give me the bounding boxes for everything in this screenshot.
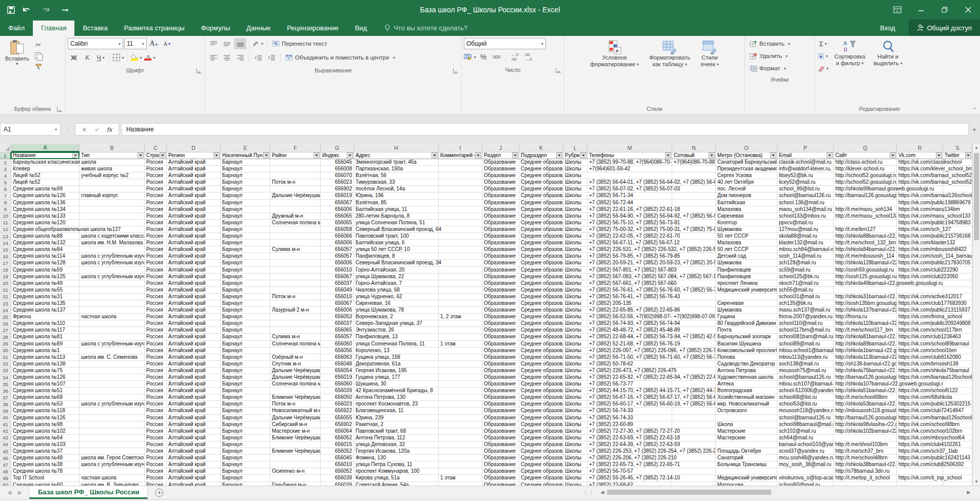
- cell-O33[interactable]: Антона Петрова: [716, 368, 777, 374]
- cell-A13[interactable]: Средняя школа №88: [11, 233, 80, 239]
- cell-E18[interactable]: Барнаул: [221, 267, 270, 273]
- cell-B14[interactable]: школа им. Н.М. Малахова: [80, 240, 145, 246]
- cell-E33[interactable]: Барнаул: [221, 368, 270, 374]
- cell-R39[interactable]: https://vk.com/club72414847: [897, 408, 943, 414]
- cell-R4[interactable]: https://vk.com/barnaul_school52: [897, 172, 943, 179]
- cell-H29[interactable]: улица Солнечная Поляна, 11: [354, 341, 439, 347]
- cell-O15[interactable]: 50 лет СССР: [716, 246, 777, 253]
- cell-L47[interactable]: Школы: [563, 461, 587, 468]
- filter-icon-A[interactable]: [72, 152, 79, 158]
- redo-icon[interactable]: ▾: [42, 6, 55, 13]
- cell-K4[interactable]: Среднее образование: [519, 172, 563, 179]
- cell-J26[interactable]: Образование: [482, 320, 519, 326]
- cell-D38[interactable]: Алтайский край: [167, 401, 221, 407]
- cell-E22[interactable]: Барнаул: [221, 294, 270, 300]
- cell-D34[interactable]: Алтайский край: [167, 374, 221, 380]
- cell-P22[interactable]: school31@mail.ru: [777, 294, 834, 300]
- tell-me-box[interactable]: Что вы хотите сделать?: [384, 24, 467, 36]
- cell-O40[interactable]: [716, 415, 777, 421]
- header-cell-E[interactable]: Населенный Пункт: [221, 152, 270, 159]
- row-number-38[interactable]: 38: [0, 401, 11, 407]
- cell-G39[interactable]: 656922: [321, 408, 354, 414]
- cell-Q24[interactable]: http://shkola137barnaul-r22.gosweb.gosus…: [834, 307, 897, 313]
- cell-R27[interactable]: https://vk.com/school117brn: [897, 327, 943, 333]
- cell-A5[interactable]: Лицей №52: [11, 179, 80, 185]
- column-letter-A[interactable]: A: [11, 144, 80, 152]
- cell-M42[interactable]: +7 (3852) 72-27-30, +7 (3852) 72-27-20: [587, 428, 672, 434]
- cell-Q45[interactable]: http://t.me/sch37_brn: [834, 448, 897, 454]
- cell-D11[interactable]: Алтайский край: [167, 220, 221, 226]
- cell-Q4[interactable]: http://school52.gosuslugi.ru: [834, 172, 897, 179]
- cell-E28[interactable]: Барнаул: [221, 334, 270, 340]
- cell-M8[interactable]: +7 (3852) 56-72-44: [587, 200, 672, 206]
- cell-D27[interactable]: Алтайский край: [167, 327, 221, 333]
- cell-P6[interactable]: school_99@list.ru: [777, 186, 834, 192]
- restore-icon[interactable]: [933, 0, 956, 20]
- cell-M20[interactable]: +7 (3852) 567-661, +7 (3852) 567-660: [587, 280, 672, 286]
- cell-S21[interactable]: [943, 287, 972, 293]
- cell-H42[interactable]: Павловский тракт, 68: [354, 428, 439, 434]
- cell-P48[interactable]: [777, 468, 834, 474]
- cell-P35[interactable]: mbou.sch107@barnaul-obr.ru: [777, 381, 834, 387]
- cell-S6[interactable]: [943, 186, 972, 192]
- align-left-button[interactable]: [207, 52, 220, 63]
- cell-H46[interactable]: Фомина, 130: [354, 455, 439, 461]
- filter-icon-H[interactable]: [432, 152, 438, 158]
- cell-D18[interactable]: Алтайский край: [167, 267, 221, 273]
- cell-O32[interactable]: Садоводство Декоратор: [716, 361, 777, 367]
- cell-H6[interactable]: посёлок Лесной, 14а: [354, 186, 439, 192]
- row-number-46[interactable]: 46: [0, 455, 11, 461]
- cell-L38[interactable]: Школы: [563, 401, 587, 407]
- cell-P42[interactable]: sch102@mail.ru: [777, 428, 834, 434]
- cell-L33[interactable]: Школы: [563, 368, 587, 374]
- cell-E26[interactable]: Барнаул: [221, 320, 270, 326]
- cell-K18[interactable]: Среднее образование: [519, 267, 563, 273]
- cell-C50[interactable]: Россия: [145, 482, 167, 486]
- filter-icon-K[interactable]: [556, 152, 562, 158]
- cell-Q47[interactable]: http://shkola38barnaul-r22.gosweb.gosusl…: [834, 461, 897, 468]
- cell-Q35[interactable]: http://shkola107barnaul-r22.gosweb.gosus…: [834, 381, 897, 387]
- cell-C2[interactable]: Россия: [145, 159, 167, 165]
- cell-H20[interactable]: Горно-Алтайская, 7: [354, 280, 439, 286]
- cell-D50[interactable]: Алтайский край: [167, 482, 221, 486]
- cell-H3[interactable]: Партизанская, 190а: [354, 166, 439, 172]
- cell-O8[interactable]: Балтийская: [716, 200, 777, 206]
- cell-A11[interactable]: Средняя школа №120: [11, 220, 80, 226]
- header-cell-C[interactable]: Страна: [145, 152, 167, 159]
- header-cell-F[interactable]: Район: [270, 152, 321, 159]
- cell-D10[interactable]: Алтайский край: [167, 213, 221, 219]
- cell-J28[interactable]: Образование: [482, 334, 519, 340]
- cell-A6[interactable]: Средняя школа №99: [11, 186, 80, 192]
- clear-button[interactable]: ▾: [817, 63, 829, 74]
- header-cell-P[interactable]: Email: [777, 152, 834, 159]
- cell-F42[interactable]: Мастерские м-н: [270, 428, 321, 434]
- cell-R9[interactable]: https://vk.com/maou134bm: [897, 206, 943, 213]
- cell-Q42[interactable]: http://shkola102barnaul-r22.gosweb.gosus…: [834, 428, 897, 434]
- insert-cells-button[interactable]: Вставить▾: [747, 38, 812, 49]
- cell-P27[interactable]: school117brn@mail.ru: [777, 327, 834, 333]
- cell-P32[interactable]: soch138@mail.ru: [777, 361, 834, 367]
- cell-J40[interactable]: Образование: [482, 415, 519, 421]
- scroll-right-icon[interactable]: ▶: [965, 490, 972, 495]
- cell-M3[interactable]: +7(964)601-59-42: [587, 166, 672, 172]
- cell-A41[interactable]: Средняя школа №98: [11, 421, 80, 428]
- cell-I25[interactable]: 1, 2 этаж: [439, 314, 482, 320]
- cell-S50[interactable]: [943, 482, 972, 486]
- cell-Q19[interactable]: http://sosh125.gosuslugi.ru: [834, 274, 897, 280]
- cell-G5[interactable]: 656023: [321, 179, 354, 185]
- row-number-17[interactable]: 17: [0, 260, 11, 266]
- cell-L8[interactable]: Школы: [563, 200, 587, 206]
- cell-K11[interactable]: Среднее образование: [519, 220, 563, 226]
- cell-J43[interactable]: Образование: [482, 435, 519, 441]
- cell-R34[interactable]: https://vk.com/barnaul126school: [897, 374, 943, 380]
- cell-J14[interactable]: Образование: [482, 240, 519, 246]
- cell-J41[interactable]: Образование: [482, 421, 519, 428]
- cell-R24[interactable]: https://vk.com/public213115937: [897, 307, 943, 313]
- cell-C30[interactable]: Россия: [145, 348, 167, 354]
- cell-Q20[interactable]: http://shkola49barnaul-r22.gosweb.gosusl…: [834, 280, 897, 286]
- cell-A36[interactable]: Средняя школа №51: [11, 388, 80, 394]
- cell-Q28[interactable]: http://shkola81barnaul-r22.gosweb.gosusl…: [834, 334, 897, 340]
- cell-H38[interactable]: проспект Космонавтов, 23: [354, 401, 439, 407]
- cell-A29[interactable]: Средняя школа №89: [11, 341, 80, 347]
- cell-R38[interactable]: https://vk.com/public125302215: [897, 401, 943, 407]
